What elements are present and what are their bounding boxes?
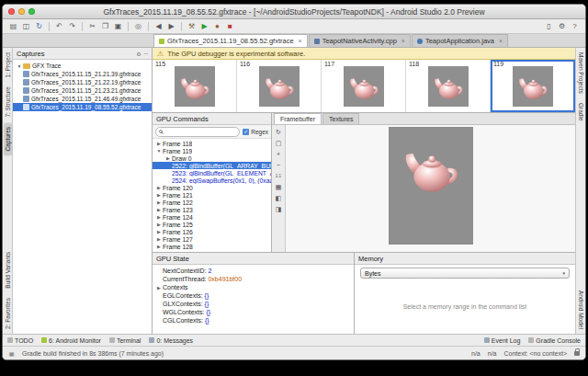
stripe-project[interactable]: 1: Project [4,48,12,82]
state-row[interactable]: WGLContexts:{} [153,308,354,316]
regex-checkbox[interactable] [243,129,249,135]
frame-node[interactable]: Frame 128 [153,243,271,250]
cut-icon[interactable] [86,20,98,32]
zoom-in-icon[interactable] [273,149,284,159]
chevron-right-icon[interactable] [164,155,172,161]
open-icon[interactable] [7,20,19,32]
stripe-android-model[interactable]: Android Model [577,286,585,334]
redo-icon[interactable] [66,20,78,32]
draw-node[interactable]: Draw 0 [153,154,271,162]
command-tree[interactable]: Frame 118 Frame 119 Draw 0 2522: glBindB… [153,139,271,252]
stripe-structure[interactable]: 7: Structure [4,82,12,122]
frame-node[interactable]: Frame 124 [153,213,271,221]
tab-textures[interactable]: Textures [322,113,359,124]
refresh-icon[interactable] [273,127,284,137]
command-node[interactable]: 2523: glBindBuffer(GL_ELEMENT_ARRAY_BUF [153,169,271,177]
zoom-actual-icon[interactable] [273,171,284,181]
avd-manager-icon[interactable] [543,20,555,32]
command-node[interactable]: 2524: eglSwapBuffers(0x1, 0), (0xaadfec0… [153,177,271,184]
frame-thumbnail-cell[interactable]: 115 [153,60,237,112]
stripe-build-variants[interactable]: Build Variants [4,247,12,293]
capture-item[interactable]: GfxTraces_2015.11.15_21.46.49.gfxtrace [13,95,152,103]
close-window-icon[interactable] [8,8,15,15]
captures-header[interactable]: Captures [13,48,152,60]
run-icon[interactable] [198,20,210,32]
chevron-right-icon[interactable] [155,251,163,252]
chevron-right-icon[interactable] [155,244,163,249]
close-tab-icon[interactable] [499,38,503,44]
frame-node[interactable]: Frame 121 [153,191,271,199]
gpu-state-tree[interactable]: NextContextID:2 CurrentThread:0xb491bf00… [153,265,354,334]
paste-icon[interactable] [112,20,124,32]
frame-node-expanded[interactable]: Frame 119 [153,147,271,154]
frame-thumbnail-cell-selected[interactable]: 119 [491,60,575,112]
frame-thumbnail-cell[interactable]: 116 [237,60,322,112]
close-tab-icon[interactable] [401,38,405,44]
minimize-window-icon[interactable] [18,8,25,15]
frame-node[interactable]: Frame 126 [153,228,271,235]
capture-item-selected[interactable]: GfxTraces_2015.11.19_08.55.52.gfxtrace [13,103,152,111]
gear-icon[interactable] [136,51,141,57]
sync-icon[interactable] [33,20,45,32]
close-tab-icon[interactable] [299,38,302,44]
toolwindow-messages[interactable]: 0: Messages [149,337,193,344]
tab-framebuffer[interactable]: Framebuffer [274,113,322,124]
toolwindow-gradle-console[interactable]: Gradle Console [528,337,581,344]
help-icon[interactable] [569,20,581,32]
forward-icon[interactable] [165,20,177,32]
titlebar[interactable]: GfxTraces_2015.11.19_08.55.52.gfxtrace -… [3,5,585,19]
find-icon[interactable] [132,20,144,32]
chevron-right-icon[interactable] [155,229,163,234]
frame-node[interactable]: Frame 122 [153,199,271,206]
state-row[interactable]: CurrentThread:0xb491bf00 [153,275,354,283]
zoom-out-icon[interactable] [273,160,284,170]
wireframe-icon[interactable] [273,182,284,192]
tab-teapotapplication[interactable]: TeapotApplication.java [412,34,508,47]
search-input[interactable] [155,127,240,137]
zoom-fit-icon[interactable] [273,138,284,148]
save-icon[interactable] [20,20,32,32]
zoom-window-icon[interactable] [28,8,35,15]
stripe-gradle[interactable]: Gradle [577,98,585,126]
memory-mode-select[interactable]: Bytes [360,268,570,279]
stop-icon[interactable] [224,20,236,32]
capture-item[interactable]: GfxTraces_2015.11.15_21.22.19.gfxtrace [13,78,152,86]
state-row[interactable]: EGLContexts:{} [153,291,354,300]
tab-gfxtrace[interactable]: GfxTraces_2015.11.19_08.55.52.gfxtrace [153,34,308,47]
chevron-right-icon[interactable] [155,185,163,190]
frame-thumbnail-cell[interactable]: 117 [322,60,406,112]
tab-teapotnativeactivity[interactable]: TeapotNativeActivity.cpp [309,34,411,47]
chevron-right-icon[interactable] [155,192,163,198]
chevron-right-icon[interactable] [155,214,163,220]
copy-icon[interactable] [99,20,111,32]
chevron-down-icon[interactable] [16,63,23,69]
chevron-right-icon[interactable] [155,199,163,205]
debug-icon[interactable] [211,20,223,32]
command-node-selected[interactable]: 2522: glBindBuffer(GL_ARRAY_BUFFER, 0) [153,162,271,169]
frame-node[interactable]: Frame 125 [153,221,271,228]
stripe-maven-projects[interactable]: Maven Projects [577,48,585,98]
build-icon[interactable] [186,20,198,32]
settings-icon[interactable] [556,20,568,32]
chevron-down-icon[interactable] [155,148,163,154]
frame-node[interactable]: Frame 120 [153,184,271,191]
state-row[interactable]: GLXContexts:{} [153,300,354,308]
hide-panel-icon[interactable] [144,51,148,56]
frame-node[interactable]: Frame 127 [153,235,271,243]
chevron-right-icon[interactable] [155,222,163,227]
state-row[interactable]: CGLContexts:{} [153,316,354,325]
frame-node[interactable]: Frame 123 [153,206,271,213]
toolwindow-terminal[interactable]: Terminal [109,337,141,344]
toolwindow-todo[interactable]: TODO [7,337,33,344]
state-row[interactable]: NextContextID:2 [153,267,354,275]
stripe-captures[interactable]: Captures [4,122,12,155]
back-icon[interactable] [153,20,164,32]
undo-icon[interactable] [53,20,65,32]
toolwindow-android-monitor[interactable]: 6: Android Monitor [41,337,101,344]
captures-root-node[interactable]: GFX Trace [13,62,152,70]
chevron-right-icon[interactable] [155,236,163,242]
depth-buffer-icon[interactable] [273,204,284,214]
toolwindow-switcher-icon[interactable] [8,350,15,357]
chevron-right-icon[interactable] [155,141,163,146]
state-row[interactable]: Contexts [153,283,354,291]
